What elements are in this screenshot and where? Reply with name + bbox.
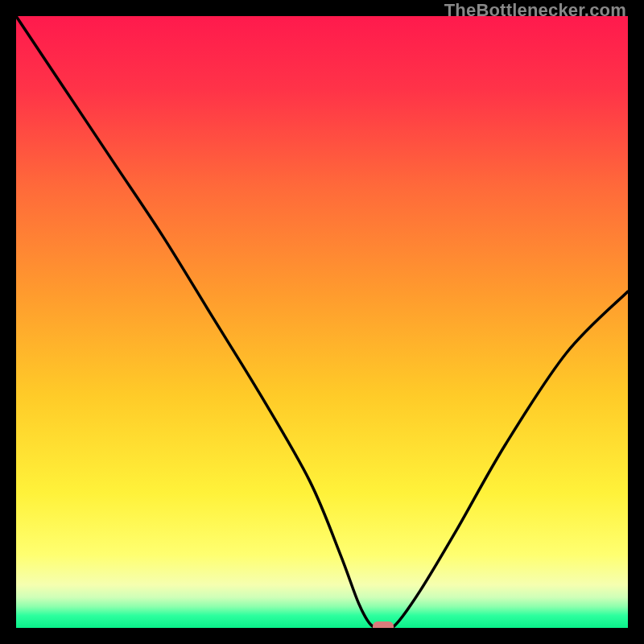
gradient-background	[16, 16, 628, 628]
plot-area	[16, 16, 628, 628]
chart-container: TheBottlenecker.com	[0, 0, 644, 644]
optimal-marker	[373, 621, 394, 628]
watermark-text: TheBottlenecker.com	[444, 0, 626, 21]
chart-svg	[16, 16, 628, 628]
